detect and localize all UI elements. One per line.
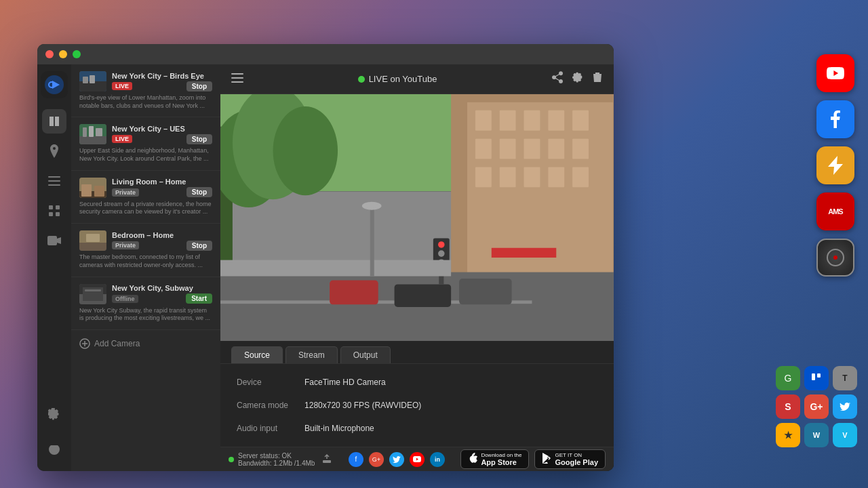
svg-rect-9 xyxy=(48,184,60,186)
desktop-icons-right: AMS xyxy=(816,54,854,277)
svg-point-74 xyxy=(438,241,445,248)
camera-thumb-0 xyxy=(79,71,106,92)
upload-icon xyxy=(321,453,332,466)
social-youtube[interactable] xyxy=(410,452,425,467)
stop-button-1[interactable]: Stop xyxy=(186,134,212,144)
youtube-desktop-icon[interactable] xyxy=(816,54,854,92)
svg-rect-50 xyxy=(524,110,540,131)
maximize-button[interactable] xyxy=(73,50,81,58)
source-details: Device FaceTime HD Camera Camera mode 12… xyxy=(220,364,614,447)
camera-info-1: New York City – UES LIVE Stop xyxy=(112,125,212,144)
camera-item-1[interactable]: New York City – UES LIVE Stop Upper East… xyxy=(71,117,220,170)
mini-icon-vimeo[interactable]: V xyxy=(833,423,857,447)
camera-info-3: Bedroom – Home Private Stop xyxy=(112,231,212,251)
camera-desc-3: The master bedroom, connected to my list… xyxy=(79,253,212,269)
app-store-badge[interactable]: Download on the App Store xyxy=(460,449,529,469)
social-facebook[interactable]: f xyxy=(349,452,363,467)
mini-icon-gplus[interactable]: G+ xyxy=(804,394,829,419)
camera-mode-label: Camera mode xyxy=(237,398,288,413)
mini-icon-trello[interactable] xyxy=(804,366,829,390)
lightning-desktop-icon[interactable] xyxy=(816,146,854,184)
social-twitter[interactable] xyxy=(389,452,404,467)
settings-icon[interactable] xyxy=(572,71,584,87)
camera-item-header-3: Bedroom – Home Private Stop xyxy=(79,230,212,251)
svg-rect-51 xyxy=(548,110,564,131)
app-store-text-group: Download on the App Store xyxy=(481,452,521,466)
share-icon[interactable] xyxy=(551,71,564,87)
svg-rect-58 xyxy=(475,167,492,187)
app-logo[interactable] xyxy=(41,71,68,98)
main-content: LIVE on YouTube xyxy=(220,64,614,471)
svg-rect-12 xyxy=(49,212,53,216)
camera-item-2[interactable]: Living Room – Home Private Stop Secured … xyxy=(71,171,220,224)
footer-stores: Download on the App Store GET IT ON Goog… xyxy=(460,449,606,469)
server-status-text: Server status: OK Bandwidth: 1.2Mb /1.4M… xyxy=(238,452,315,467)
audio-input-label: Audio input xyxy=(237,421,288,436)
delete-icon[interactable] xyxy=(592,71,603,87)
camera-item-4[interactable]: New York City, Subway Offline Start New … xyxy=(71,277,220,330)
stop-button-3[interactable]: Stop xyxy=(186,241,212,251)
svg-rect-59 xyxy=(500,167,516,187)
app-store-label: App Store xyxy=(481,458,521,466)
apple-icon xyxy=(468,453,477,466)
footer-social: f G+ in xyxy=(349,452,445,467)
start-button-4[interactable]: Start xyxy=(186,293,212,304)
live-dot xyxy=(358,76,365,83)
tab-stream[interactable]: Stream xyxy=(285,346,338,363)
camera-item-header-2: Living Room – Home Private Stop xyxy=(79,178,212,198)
mini-icon-wp[interactable]: W xyxy=(804,423,829,447)
svg-point-66 xyxy=(273,106,338,195)
sidebar-icons xyxy=(37,64,71,471)
social-linkedin[interactable]: in xyxy=(430,452,445,467)
device-value: FaceTime HD Camera xyxy=(304,375,597,390)
ams-desktop-icon[interactable]: AMS xyxy=(816,192,854,230)
camera-item-header-4: New York City, Subway Offline Start xyxy=(79,284,212,304)
camera-desc-2: Secured stream of a private residence, t… xyxy=(79,201,212,216)
google-play-text-group: GET IT ON Google Play xyxy=(555,452,598,466)
mini-icon-row-3: ★ W V xyxy=(776,423,857,447)
five-desktop-icon[interactable] xyxy=(816,239,854,277)
camera-status-row-3: Private Stop xyxy=(112,241,212,251)
mini-icon-yellow[interactable]: ★ xyxy=(776,423,800,447)
add-camera-button[interactable]: Add Camera xyxy=(71,330,220,357)
mini-icon-twitter[interactable] xyxy=(833,394,857,419)
mini-icon-s[interactable]: S xyxy=(776,394,800,419)
svg-point-1 xyxy=(833,256,837,260)
desktop-mini-icons: G T S G+ ★ W V xyxy=(776,366,857,447)
google-play-badge[interactable]: GET IT ON Google Play xyxy=(534,449,606,469)
sidebar-icon-location[interactable] xyxy=(42,139,66,163)
svg-marker-15 xyxy=(57,237,61,244)
camera-item-3[interactable]: Bedroom – Home Private Stop The master b… xyxy=(71,224,220,277)
sidebar-icon-settings[interactable] xyxy=(42,402,66,426)
camera-name-2: Living Room – Home xyxy=(112,178,212,186)
sidebar-icon-book[interactable] xyxy=(42,109,66,134)
facebook-desktop-icon[interactable] xyxy=(816,100,854,138)
mini-icon-t[interactable]: T xyxy=(833,366,857,390)
svg-rect-62 xyxy=(572,167,589,187)
status-badge-3: Private xyxy=(112,241,139,249)
svg-rect-7 xyxy=(48,176,60,178)
social-google[interactable]: G+ xyxy=(369,452,384,467)
minimize-button[interactable] xyxy=(59,50,67,58)
svg-point-75 xyxy=(438,250,445,257)
sidebar-icon-list[interactable] xyxy=(42,169,66,193)
video-svg xyxy=(220,94,614,341)
svg-rect-60 xyxy=(524,167,540,187)
tab-output[interactable]: Output xyxy=(340,346,391,363)
svg-rect-24 xyxy=(96,128,102,136)
mini-icon-g[interactable]: G xyxy=(776,366,800,390)
server-status: Server status: OK Bandwidth: 1.2Mb /1.4M… xyxy=(229,452,332,467)
stop-button-0[interactable]: Stop xyxy=(186,81,212,92)
camera-info-4: New York City, Subway Offline Start xyxy=(112,284,212,304)
camera-item-header-0: New York City – Birds Eye LIVE Stop xyxy=(79,71,212,92)
sidebar-icon-grid[interactable] xyxy=(42,199,66,223)
tab-source[interactable]: Source xyxy=(231,346,283,363)
stop-button-2[interactable]: Stop xyxy=(186,187,212,197)
sidebar-icon-power[interactable] xyxy=(42,437,66,462)
sidebar-icon-video[interactable] xyxy=(42,228,66,253)
hamburger-icon[interactable] xyxy=(231,72,243,86)
camera-item-0[interactable]: New York City – Birds Eye LIVE Stop Bird… xyxy=(71,64,220,117)
camera-info-0: New York City – Birds Eye LIVE Stop xyxy=(112,72,212,92)
close-button[interactable] xyxy=(45,50,54,58)
camera-status-row-0: LIVE Stop xyxy=(112,81,212,92)
